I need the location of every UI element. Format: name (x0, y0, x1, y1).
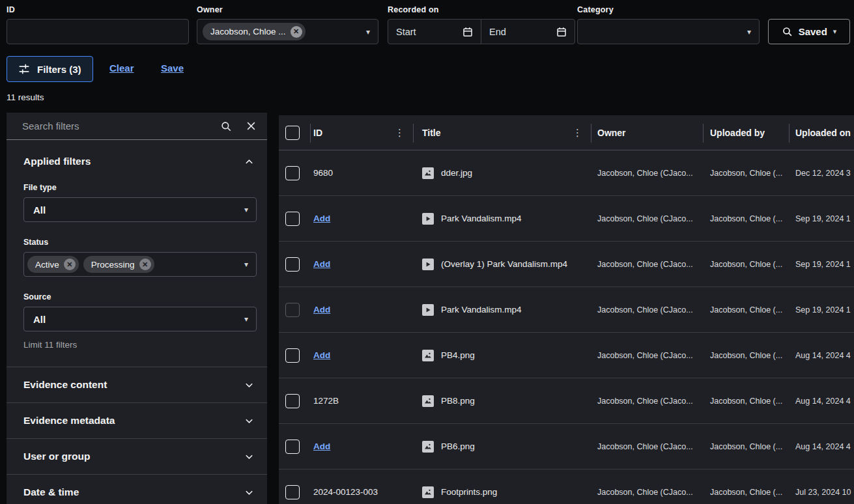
section-label: User or group (23, 451, 90, 462)
add-id-link[interactable]: Add (313, 259, 330, 269)
file-type-dropdown[interactable]: All ▾ (23, 197, 257, 222)
applied-filters-header[interactable]: Applied filters (7, 140, 267, 167)
row-checkbox[interactable] (285, 440, 300, 454)
close-panel-icon[interactable] (246, 121, 256, 131)
caret-down-icon: ▾ (747, 28, 751, 36)
applied-filters-title: Applied filters (23, 156, 91, 167)
table-row: Add PB6.png Jacobson, Chloe (CJaco... Ja… (279, 424, 854, 469)
row-checkbox[interactable] (285, 485, 300, 499)
row-uploaded-on: Aug 14, 2024 4 (789, 442, 854, 451)
table-row: 1272B PB8.png Jacobson, Chloe (CJaco... … (279, 378, 854, 424)
caret-down-icon: ▾ (244, 315, 248, 323)
search-icon[interactable] (220, 120, 232, 132)
filters-button[interactable]: Filters (3) (7, 56, 93, 82)
column-menu-icon[interactable]: ⋮ (395, 128, 413, 137)
row-owner: Jacobson, Chloe (CJaco... (591, 169, 703, 178)
row-uploaded-on: Dec 12, 2024 3 (789, 169, 854, 178)
owner-chip-label: Jacobson, Chloe ... (210, 27, 286, 36)
row-uploaded-on: Sep 19, 2024 1 (789, 260, 854, 269)
column-header-uploaded-by: Uploaded by (710, 128, 765, 138)
select-all-checkbox[interactable] (285, 126, 300, 140)
row-owner: Jacobson, Chloe (CJaco... (591, 260, 703, 269)
row-title: dder.jpg (441, 168, 472, 178)
row-id: 2024-00123-003 (313, 487, 378, 497)
row-owner: Jacobson, Chloe (CJaco... (591, 214, 703, 223)
filters-button-label: Filters (3) (37, 64, 81, 75)
save-filters-link[interactable]: Save (161, 63, 184, 74)
table-body: 9680 dder.jpg Jacobson, Chloe (CJaco... … (279, 150, 854, 504)
row-uploaded-by: Jacobson, Chloe (... (703, 488, 789, 497)
video-file-icon (422, 213, 434, 225)
row-checkbox[interactable] (285, 166, 300, 180)
calendar-icon[interactable] (556, 27, 567, 37)
filter-search-input[interactable]: Search filters (22, 120, 220, 132)
section-label: Evidence content (23, 379, 107, 391)
owner-chip-remove-icon[interactable]: ✕ (291, 26, 302, 38)
column-separator (413, 124, 414, 143)
section-label: Evidence metadata (23, 415, 115, 427)
column-separator (310, 124, 311, 143)
row-uploaded-by: Jacobson, Chloe (... (703, 214, 789, 223)
filter-section-row[interactable]: Evidence metadata (7, 403, 267, 439)
status-multiselect[interactable]: Active ✕ Processing ✕ ▾ (23, 252, 257, 277)
column-header-owner: Owner (597, 128, 626, 138)
chip-remove-icon[interactable]: ✕ (64, 259, 76, 270)
row-uploaded-by: Jacobson, Chloe (... (703, 397, 789, 406)
table-row: Add Park Vandalism.mp4 Jacobson, Chloe (… (279, 287, 854, 333)
chip-remove-icon[interactable]: ✕ (139, 259, 151, 270)
row-checkbox[interactable] (285, 348, 300, 363)
table-row: Add PB4.png Jacobson, Chloe (CJaco... Ja… (279, 333, 854, 378)
row-title: (Overlay 1) Park Vandalism.mp4 (441, 259, 567, 269)
filters-panel: Search filters Applied filters File type… (7, 113, 267, 504)
video-file-icon (422, 259, 434, 270)
source-dropdown[interactable]: All ▾ (23, 307, 257, 331)
add-id-link[interactable]: Add (313, 305, 330, 315)
row-title: PB6.png (441, 441, 475, 451)
filter-section-row[interactable]: Evidence content (7, 367, 267, 403)
column-header-uploaded-on: Uploaded on (795, 128, 851, 138)
row-owner: Jacobson, Chloe (CJaco... (591, 442, 703, 451)
column-separator (789, 124, 790, 143)
column-separator (703, 124, 704, 143)
category-field-label: Category (577, 5, 614, 14)
row-checkbox[interactable] (285, 394, 300, 408)
row-uploaded-by: Jacobson, Chloe (... (703, 260, 789, 269)
row-checkbox[interactable] (285, 257, 300, 272)
id-input[interactable] (7, 20, 188, 44)
add-id-link[interactable]: Add (313, 350, 330, 360)
source-value: All (33, 314, 46, 325)
image-file-icon (422, 350, 434, 361)
status-chips: Active ✕ Processing ✕ (27, 256, 154, 273)
owner-chip: Jacobson, Chloe ... ✕ (203, 23, 306, 40)
clear-filters-link[interactable]: Clear (109, 63, 134, 74)
category-dropdown[interactable]: ▾ (577, 19, 760, 44)
caret-down-icon: ▾ (366, 28, 370, 36)
saved-button-label: Saved (799, 26, 827, 37)
row-checkbox[interactable] (285, 303, 300, 317)
filter-chip: Active ✕ (27, 256, 79, 273)
filter-section-row[interactable]: Date & time (7, 475, 267, 504)
results-table: ID ⋮ Title ⋮ Owner Uploaded by Uploaded … (279, 115, 854, 504)
row-uploaded-on: Aug 14, 2024 4 (789, 397, 854, 406)
row-title: Park Vandalism.mp4 (441, 214, 522, 223)
add-id-link[interactable]: Add (313, 441, 330, 451)
saved-searches-button[interactable]: Saved ▾ (768, 19, 850, 44)
column-menu-icon[interactable]: ⋮ (573, 128, 591, 137)
row-id: 9680 (313, 168, 333, 178)
recorded-end-input[interactable]: End (481, 20, 575, 44)
file-type-label: File type (23, 183, 267, 192)
chevron-down-icon (244, 488, 254, 497)
row-uploaded-by: Jacobson, Chloe (... (703, 442, 789, 451)
chevron-down-icon (244, 380, 254, 390)
source-label: Source (23, 292, 267, 301)
add-id-link[interactable]: Add (313, 214, 330, 223)
calendar-icon[interactable] (463, 27, 473, 37)
owner-multiselect[interactable]: Jacobson, Chloe ... ✕ ▾ (197, 19, 378, 44)
row-checkbox[interactable] (285, 212, 300, 226)
filter-chip: Processing ✕ (83, 256, 154, 273)
image-file-icon (422, 395, 434, 407)
chevron-down-icon (244, 416, 254, 426)
row-uploaded-by: Jacobson, Chloe (... (703, 169, 789, 178)
recorded-start-input[interactable]: Start (388, 20, 481, 44)
filter-section-row[interactable]: User or group (7, 439, 267, 475)
